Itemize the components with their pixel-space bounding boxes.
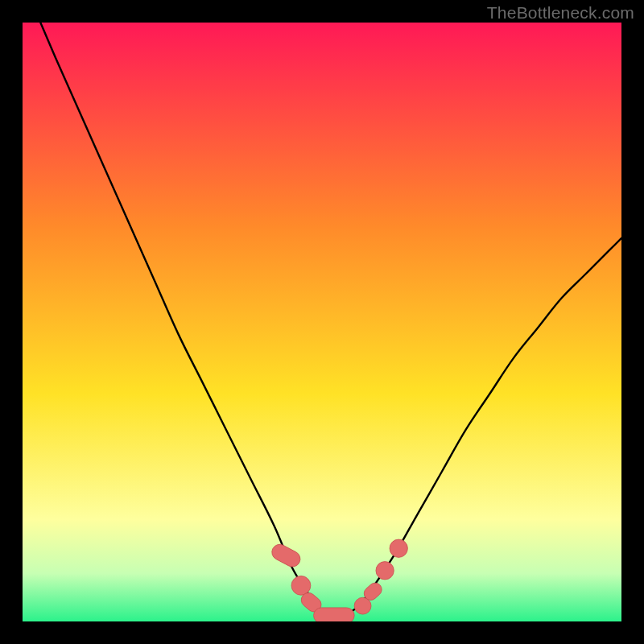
chart-svg xyxy=(23,23,621,621)
marker-dot-7 xyxy=(390,539,407,557)
marker-dot-1 xyxy=(291,576,311,595)
marker-dot-6 xyxy=(376,562,394,580)
chart-frame: TheBottleneck.com xyxy=(0,0,644,644)
plot-area xyxy=(23,23,621,621)
gradient-background xyxy=(23,23,621,621)
watermark-text: TheBottleneck.com xyxy=(487,3,634,23)
marker-pill-3 xyxy=(314,608,355,621)
